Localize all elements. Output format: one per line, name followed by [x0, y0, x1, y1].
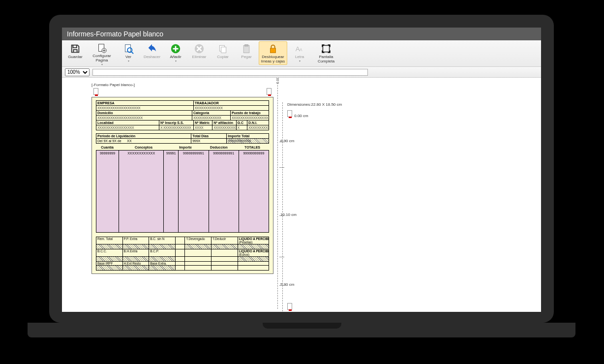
- section-handles: [91, 88, 273, 97]
- value-importetotal: 9999999999999: [227, 139, 269, 143]
- label-categoria: Categoría: [193, 111, 209, 115]
- svg-line-4: [131, 52, 133, 54]
- col-conceptos: XXXXXXXXXXXX: [119, 151, 164, 232]
- page-handle-icon: [287, 303, 292, 310]
- label-domicilio: Domicilio: [97, 111, 113, 115]
- design-canvas[interactable]: [-Formato Papel blanco-] EMPRESA TRABAJA…: [62, 78, 541, 312]
- header-block: EMPRESA TRABAJADOR XXXXXXXXXXXXXXXXXXXX …: [96, 100, 269, 130]
- page-setup-button[interactable]: Configurar Pagina ▾: [88, 41, 116, 65]
- label-empresa: EMPRESA: [96, 101, 194, 105]
- page-setup-icon: [95, 43, 108, 54]
- font-button[interactable]: AA Letra ▾: [288, 41, 311, 65]
- ruler-measure: 10.10 cm: [280, 212, 297, 217]
- payslip-form[interactable]: EMPRESA TRABAJADOR XXXXXXXXXXXXXXXXXXXX …: [91, 97, 273, 274]
- ruler-vline-2: [282, 102, 283, 312]
- copy-icon: [216, 43, 229, 55]
- laptop-frame: Informes-Formato Papel blanco Guardar Co…: [49, 15, 554, 323]
- save-icon: [69, 43, 82, 55]
- value-empresa: XXXXXXXXXXXXXXXXXXXX: [96, 106, 194, 110]
- fullscreen-icon: [320, 43, 332, 55]
- page-handle-icon[interactable]: [93, 88, 98, 95]
- value-afiliacion: XXXXXXXXXXXX: [212, 125, 236, 130]
- fullscreen-button[interactable]: Pantalla Completa: [312, 41, 340, 65]
- value-localidad: XXXXXXXXXXXXXXXXX: [96, 125, 159, 130]
- label-localidad: Localidad: [96, 121, 159, 125]
- dropdown-arrow-icon: ▾: [299, 60, 301, 63]
- label-importetotal: Importe Total: [227, 134, 269, 138]
- dropdown-arrow-icon: ▾: [101, 63, 103, 66]
- value-gc: X: [237, 125, 247, 130]
- label-afiliacion: Nº afiliación: [212, 121, 236, 125]
- col-cuantia: 99999999: [96, 151, 119, 232]
- paste-button[interactable]: Pegar: [235, 41, 258, 65]
- label-dni: D.N.I.: [247, 121, 269, 125]
- periodo-block: Periodo de Liquidación Total Días Import…: [96, 133, 269, 144]
- delete-icon: [193, 43, 206, 55]
- page-handle-icon[interactable]: [267, 88, 272, 95]
- label-puesto: Puesto de trabajo: [232, 111, 261, 115]
- svg-text:A: A: [300, 47, 302, 52]
- ruler-measure: 5.80 cm: [280, 282, 294, 287]
- zoom-bar: 100%: [62, 67, 541, 78]
- value-categoria: XXXXXXXXXXXXX: [192, 116, 231, 120]
- detail-band[interactable]: 99999999 XXXXXXXXXXXX 99991 99999999991 …: [96, 150, 269, 233]
- col-deduccion: 99999999991: [209, 151, 239, 232]
- svg-rect-10: [245, 45, 248, 46]
- svg-rect-11: [271, 48, 276, 53]
- copy-button[interactable]: Copiar: [211, 41, 234, 65]
- footer-block: Rem. Total P.P. Extra B.C. sin N T.Deven…: [96, 237, 269, 271]
- view-icon: [122, 43, 135, 55]
- unlock-lines-button[interactable]: Desbloquear líneas y cajas: [259, 41, 287, 65]
- label-matric: Nº Matríc: [194, 121, 212, 125]
- col-sub1: 99991: [164, 151, 179, 232]
- window-title-bar: Informes-Formato Papel blanco: [62, 28, 541, 40]
- label-trabajador: TRABAJADOR: [194, 101, 269, 105]
- ruler-marker[interactable]: 0.00 cm: [287, 110, 308, 118]
- delete-button[interactable]: Eliminar: [188, 41, 211, 65]
- window-title: Informes-Formato Papel blanco: [67, 30, 163, 38]
- ruler-marker-bottom[interactable]: [287, 303, 292, 311]
- paste-icon: [240, 43, 253, 55]
- font-icon: AA: [293, 43, 306, 55]
- label-inscrip: Nº Inscrip S.S.: [159, 121, 194, 125]
- col-importe: 99999999991: [179, 151, 209, 232]
- label-gc: G.C: [237, 121, 247, 125]
- detail-columns-header: Cuantía Conceptos Importe Deduccion TOTA…: [96, 146, 269, 149]
- add-icon: [169, 43, 182, 55]
- view-button[interactable]: Ver ▾: [117, 41, 140, 65]
- value-totaldias: 999X: [191, 139, 227, 143]
- main-toolbar: Guardar Configurar Pagina ▾ Ver ▾: [62, 40, 541, 67]
- col-totales: 99999999999: [239, 151, 269, 232]
- dropdown-arrow-icon: ▾: [128, 60, 129, 63]
- object-path-input[interactable]: [92, 69, 368, 76]
- dropdown-arrow-icon: ▾: [175, 60, 177, 63]
- value-dni: XXXXXXXXXX: [247, 125, 269, 130]
- value-trabajador: XXXXXXXXXXXXX: [194, 106, 269, 110]
- section-label: [-Formato Papel blanco-]: [91, 83, 273, 87]
- laptop-notch: [263, 323, 341, 329]
- label-totaldias: Total Días: [191, 134, 227, 138]
- ruler-vline: [277, 83, 278, 309]
- app-screen: Informes-Formato Papel blanco Guardar Co…: [62, 28, 541, 312]
- value-domicilio: XXXXXXXXXXXXXXXXXXXXX: [96, 116, 192, 120]
- save-button[interactable]: Guardar: [64, 41, 87, 65]
- label-periodo: Periodo de Liquidación: [96, 134, 191, 138]
- lock-icon: [267, 43, 279, 55]
- ruler-measure: 6.90 cm: [280, 139, 294, 143]
- dimensions-label: Dimensiones:22.80 X 18.50 cm: [287, 102, 342, 107]
- svg-rect-14: [323, 45, 329, 52]
- add-button[interactable]: Añadir ▾: [164, 41, 187, 65]
- undo-button[interactable]: Deshacer: [141, 41, 163, 65]
- undo-icon: [146, 43, 158, 55]
- zoom-select[interactable]: 100%: [65, 68, 90, 76]
- value-inscrip: X XXXXXXXXXXXXX: [159, 125, 194, 130]
- svg-rect-8: [221, 47, 226, 53]
- svg-rect-9: [243, 45, 249, 53]
- page-handle-icon: [287, 110, 292, 117]
- value-matric: XXXX: [194, 125, 212, 130]
- design-section: [-Formato Papel blanco-] EMPRESA TRABAJA…: [91, 83, 273, 274]
- value-puesto: XXXXXXXXXXXXXXXXXXX: [231, 116, 269, 120]
